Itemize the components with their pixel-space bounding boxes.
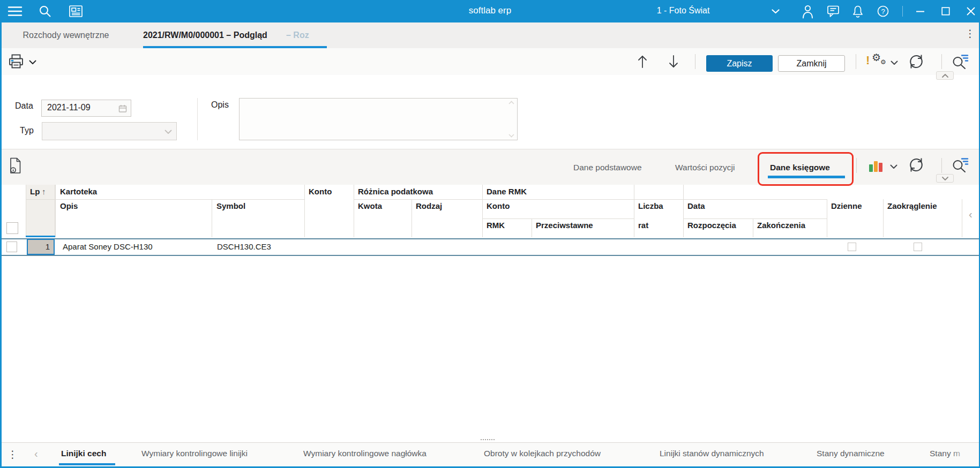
select-all-checkbox[interactable]	[6, 222, 18, 234]
column-header-symbol[interactable]: Symbol	[216, 201, 245, 210]
grid-line	[482, 185, 483, 237]
collapse-panel-up-button[interactable]	[936, 71, 954, 80]
warning-exclamation-icon: !	[866, 54, 870, 67]
typ-field-label: Typ	[20, 126, 34, 135]
toolbar-divider	[941, 54, 942, 69]
grid-line	[532, 218, 532, 237]
column-header-roznica-podatkowa[interactable]: Różnica podatkowa	[358, 187, 433, 196]
column-header-opis[interactable]: Opis	[60, 201, 78, 210]
grid-line	[412, 199, 412, 237]
top-app-bar: softlab erp 1 - Foto Świat ?	[0, 0, 980, 22]
tab-overflow-kebab-icon[interactable]: ⋮	[965, 28, 975, 39]
bottom-tab-stany-dynamiczne[interactable]: Stany dynamiczne	[817, 449, 885, 458]
column-header-dzienne[interactable]: Dzienne	[831, 201, 862, 210]
column-header-kwota[interactable]: Kwota	[358, 201, 382, 210]
chevron-down-icon	[164, 130, 172, 134]
save-button[interactable]: Zapisz	[706, 55, 773, 72]
document-info-icon[interactable]	[9, 157, 23, 174]
bottom-tabs-scroll-left-icon[interactable]: ‹	[34, 448, 38, 460]
small-gear-icon: ⚙	[880, 58, 886, 66]
maximize-icon[interactable]	[941, 7, 950, 16]
calendar-icon[interactable]	[118, 104, 127, 113]
bottom-tabs-kebab-icon[interactable]: ⋮	[8, 449, 18, 459]
data-date-field[interactable]: 2021-11-09	[41, 100, 131, 117]
minimize-icon[interactable]	[916, 11, 925, 12]
grid-line	[962, 199, 962, 237]
grid-line	[212, 199, 212, 237]
validation-settings-dropdown[interactable]: ! ⚙ ⚙	[866, 52, 899, 70]
bottom-tab-linijki-stanow-dynamicznych[interactable]: Linijki stanów dynamicznych	[660, 449, 764, 458]
document-toolbar: Zapisz Zamknij ! ⚙ ⚙	[0, 48, 980, 76]
chart-view-dropdown[interactable]	[869, 158, 899, 174]
column-header-przeciwstawne[interactable]: Przeciwstawne	[536, 221, 593, 230]
column-header-rodzaj[interactable]: Rodzaj	[416, 201, 442, 210]
collapse-panel-down-button[interactable]	[936, 174, 954, 183]
bottom-tab-obroty-w-kolejkach[interactable]: Obroty w kolejkach przychodów	[484, 449, 601, 458]
section-tab-dane-podstawowe[interactable]: Dane podstawowe	[573, 163, 642, 172]
gear-icon: ⚙	[872, 51, 881, 64]
help-icon[interactable]: ?	[877, 5, 889, 18]
app-window: softlab erp 1 - Foto Świat ?	[0, 0, 980, 468]
chevron-down-icon	[890, 164, 897, 169]
chevron-down-icon	[772, 9, 780, 14]
column-header-zakonczenia[interactable]: Zakończenia	[757, 221, 805, 230]
column-header-dane-rmk[interactable]: Dane RMK	[487, 187, 527, 196]
company-name: 1 - Foto Świat	[605, 6, 761, 16]
bottom-tab-wymiary-kontrolingowe-linijki[interactable]: Wymiary kontrolingowe linijki	[141, 449, 248, 458]
column-header-konto[interactable]: Konto	[309, 187, 332, 196]
toolbar-divider	[856, 54, 856, 69]
company-selector[interactable]: 1 - Foto Świat	[605, 0, 788, 22]
refresh-icon[interactable]	[908, 156, 925, 173]
row-dzienne-checkbox[interactable]	[848, 243, 856, 251]
row-select-checkbox[interactable]	[6, 241, 17, 252]
row-zaokraglenie-checkbox[interactable]	[914, 243, 922, 251]
section-divider	[856, 158, 857, 173]
toolbar-divider	[695, 54, 695, 69]
grid-line	[26, 199, 304, 200]
column-header-liczba[interactable]: Liczba	[638, 201, 663, 210]
data-date-value: 2021-11-09	[47, 103, 91, 112]
grid-line	[683, 185, 684, 237]
column-header-data[interactable]: Data	[687, 201, 705, 210]
grid-line	[683, 218, 827, 219]
bell-icon[interactable]	[852, 5, 864, 18]
row-symbol-cell: DSCH130.CE3	[217, 242, 271, 251]
collapse-side-panel-icon[interactable]: ‹	[969, 208, 972, 221]
navigate-down-icon[interactable]	[667, 54, 680, 69]
doc-tab-active-label: 2021/RW/M0/000001 – Podgląd	[143, 22, 267, 48]
section-toolbar: Dane podstawowe Wartości pozycji Dane ks…	[0, 149, 980, 185]
row-number-cell[interactable]: 1	[27, 239, 55, 255]
document-tab-bar: Rozchody wewnętrzne 2021/RW/M0/000001 – …	[0, 22, 980, 49]
splitter-handle[interactable]	[481, 439, 495, 442]
column-header-rmk[interactable]: RMK	[487, 221, 505, 230]
doc-tab-active[interactable]: 2021/RW/M0/000001 – Podgląd – Roz	[132, 22, 327, 48]
typ-select[interactable]	[42, 122, 177, 140]
document-header-form: Data 2021-11-09 Typ Opis	[0, 75, 980, 149]
close-document-button[interactable]: Zamknij	[778, 55, 845, 72]
refresh-icon[interactable]	[908, 53, 925, 70]
user-icon[interactable]	[802, 4, 814, 19]
column-header-konto-rmk[interactable]: Konto	[487, 201, 510, 210]
section-tab-wartosci-pozycji[interactable]: Wartości pozycji	[675, 163, 735, 172]
search-filter-icon[interactable]	[952, 157, 969, 173]
bar-chart-icon-orange-bar	[874, 161, 878, 172]
chat-icon[interactable]	[827, 5, 840, 17]
search-filter-icon[interactable]	[952, 54, 969, 70]
close-icon[interactable]	[967, 7, 975, 16]
table-row[interactable]: 1 Aparat Soney DSC-H130 DSCH130.CE3	[0, 239, 980, 255]
grid-line	[354, 185, 354, 237]
print-options-chevron-icon[interactable]	[29, 60, 36, 65]
bottom-tab-wymiary-kontrolingowe-naglowka[interactable]: Wymiary kontrolingowe nagłówka	[303, 449, 427, 458]
column-header-lp[interactable]: Lp	[30, 187, 40, 196]
bottom-tab-linijki-cech[interactable]: Linijki cech	[61, 449, 106, 458]
print-icon[interactable]	[8, 54, 25, 69]
column-header-rozpoczecia[interactable]: Rozpoczęcia	[687, 221, 736, 230]
opis-textarea[interactable]	[239, 98, 518, 140]
bottom-tab-bar: ⋮ ‹ Linijki cech Wymiary kontrolingowe l…	[0, 443, 980, 466]
column-header-zaokraglenie[interactable]: Zaokrąglenie	[887, 201, 937, 210]
row-opis-cell: Aparat Soney DSC-H130	[63, 242, 153, 251]
doc-tab-rozchody[interactable]: Rozchody wewnętrzne	[0, 22, 132, 48]
column-header-kartoteka[interactable]: Kartoteka	[60, 187, 97, 196]
navigate-up-icon[interactable]	[635, 54, 649, 69]
column-header-rat[interactable]: rat	[638, 221, 648, 230]
